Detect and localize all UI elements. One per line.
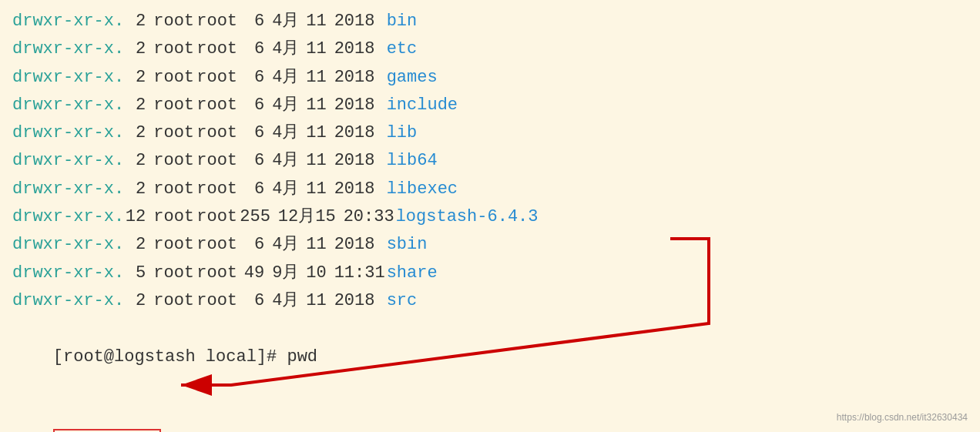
file-owner: root [153,64,196,92]
command-result: /usr/local [12,399,968,432]
file-day: 11 [306,147,334,175]
file-owner: root [153,203,196,231]
file-month: 4月 [272,92,306,119]
file-group: root [196,92,240,119]
file-month: 4月 [272,231,306,259]
terminal-window: drwxr-xr-x.2rootroot64月112018bindrwxr-xr… [0,0,980,432]
file-year: 11:31 [334,260,387,287]
file-size: 255 [240,203,278,231]
file-group: root [196,8,240,35]
file-size: 6 [240,35,272,63]
file-year: 2018 [334,92,387,119]
file-links: 2 [124,287,153,315]
file-day: 11 [306,176,334,203]
file-permissions: drwxr-xr-x. [12,92,124,119]
file-links: 2 [124,64,153,92]
file-group: root [196,260,240,287]
file-name: src [387,287,418,315]
file-name: lib64 [387,147,438,175]
file-size: 6 [240,92,272,119]
file-owner: root [153,119,196,147]
file-name: etc [387,35,418,63]
file-month: 4月 [272,176,306,203]
directory-entry: drwxr-xr-x.2rootroot64月112018lib64 [12,147,968,175]
file-month: 4月 [272,147,306,175]
file-permissions: drwxr-xr-x. [12,231,124,259]
directory-entry: drwxr-xr-x.2rootroot64月112018games [12,64,968,92]
file-day: 11 [306,92,334,119]
file-permissions: drwxr-xr-x. [12,260,124,287]
file-year: 20:33 [344,203,396,231]
file-name: include [387,92,458,119]
file-links: 2 [124,231,153,259]
file-links: 2 [124,176,153,203]
file-owner: root [153,35,196,63]
file-month: 9月 [272,260,306,287]
file-day: 11 [306,119,334,147]
file-size: 6 [240,147,272,175]
file-year: 2018 [334,231,387,259]
file-group: root [196,119,240,147]
directory-entry: drwxr-xr-x.12rootroot25512月1520:33logsta… [12,203,968,231]
file-permissions: drwxr-xr-x. [12,147,124,175]
file-links: 2 [124,147,153,175]
file-owner: root [153,260,196,287]
file-owner: root [153,8,196,35]
file-month: 4月 [272,287,306,315]
watermark-text: https://blog.csdn.net/it32630434 [837,412,968,423]
file-owner: root [153,92,196,119]
file-day: 10 [306,260,334,287]
file-permissions: drwxr-xr-x. [12,35,124,63]
file-day: 11 [306,8,334,35]
file-owner: root [153,231,196,259]
file-name: lib [387,119,418,147]
directory-entry: drwxr-xr-x.2rootroot64月112018src [12,287,968,315]
file-size: 6 [240,64,272,92]
directory-entry: drwxr-xr-x.2rootroot64月112018lib [12,119,968,147]
file-month: 4月 [272,35,306,63]
file-group: root [196,176,240,203]
prompt-text: [root@logstash local]# pwd [53,347,317,367]
file-links: 2 [124,8,153,35]
file-size: 6 [240,176,272,203]
directory-entry: drwxr-xr-x.2rootroot64月112018include [12,92,968,119]
file-month: 4月 [272,64,306,92]
directory-entry: drwxr-xr-x.2rootroot64月112018bin [12,8,968,35]
file-day: 11 [306,35,334,63]
file-group: root [196,147,240,175]
file-permissions: drwxr-xr-x. [12,119,124,147]
file-name: bin [387,8,418,35]
command-prompt: [root@logstash local]# pwd [12,315,968,399]
file-name: share [387,260,438,287]
directory-entry: drwxr-xr-x.2rootroot64月112018libexec [12,176,968,203]
file-size: 6 [240,231,272,259]
directory-entry: drwxr-xr-x.2rootroot64月112018etc [12,35,968,63]
file-year: 2018 [334,287,387,315]
file-year: 2018 [334,119,387,147]
file-links: 2 [124,119,153,147]
file-year: 2018 [334,176,387,203]
file-permissions: drwxr-xr-x. [12,64,124,92]
file-owner: root [153,287,196,315]
file-group: root [196,35,240,63]
file-size: 49 [240,260,272,287]
file-group: root [196,287,240,315]
file-size: 6 [240,8,272,35]
file-name: sbin [387,231,428,259]
file-year: 2018 [334,147,387,175]
file-year: 2018 [334,35,387,63]
file-day: 11 [306,287,334,315]
file-owner: root [153,147,196,175]
file-permissions: drwxr-xr-x. [12,203,124,231]
file-size: 6 [240,119,272,147]
file-name: games [387,64,438,92]
directory-entry: drwxr-xr-x.2rootroot64月112018sbin [12,231,968,259]
file-group: root [196,231,240,259]
file-year: 2018 [334,64,387,92]
file-month: 12月 [278,203,315,231]
result-value: /usr/local [53,429,161,432]
file-permissions: drwxr-xr-x. [12,176,124,203]
file-month: 4月 [272,119,306,147]
file-group: root [196,64,240,92]
file-links: 2 [124,92,153,119]
